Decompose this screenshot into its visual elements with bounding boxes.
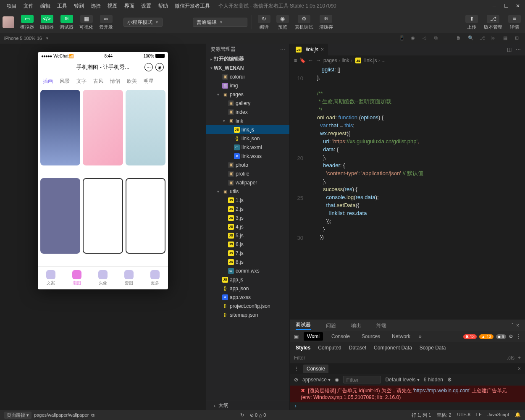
category-tab[interactable]: 古风 [93, 78, 103, 85]
close-tab-icon[interactable]: × [321, 47, 324, 52]
tree-item[interactable]: ▾▣link [206, 116, 289, 125]
upload-button[interactable]: ⬆上传 [464, 14, 480, 31]
eol[interactable]: LF [476, 412, 482, 418]
menu-item[interactable]: 微信开发者工具 [172, 1, 213, 11]
tabbar-item[interactable]: 潮图 [72, 270, 81, 286]
search-icon[interactable]: 🔍 [468, 35, 474, 41]
cloud-button[interactable]: ∞云开发 [97, 14, 115, 31]
wallpaper-thumb[interactable] [83, 178, 123, 254]
styles-tab[interactable]: Dataset [349, 345, 366, 351]
tree-item[interactable]: JSapp.js [206, 275, 289, 284]
tree-item[interactable]: JS7.js [206, 249, 289, 257]
menu-item[interactable]: 文件 [21, 1, 36, 11]
device-icon[interactable]: 📱 [399, 35, 405, 41]
menu-item[interactable]: 转到 [71, 1, 87, 11]
tree-item[interactable]: JS2.js [206, 205, 289, 213]
info-count[interactable]: ■ 6 [496, 334, 506, 339]
devtools-tab[interactable]: Sources [358, 332, 383, 341]
kebab-icon[interactable]: ⋮ [516, 333, 521, 339]
editor-tab-active[interactable]: JS link.js × [290, 44, 328, 55]
category-tab[interactable]: 情侣 [110, 78, 120, 85]
devtools-tab[interactable]: Network [388, 332, 414, 341]
gear-icon[interactable]: ⚙ [509, 333, 513, 339]
tabbar-item[interactable]: 头像 [98, 270, 108, 286]
indent-setting[interactable]: 空格: 2 [437, 412, 451, 418]
detail-button[interactable]: ≡详情 [507, 14, 522, 31]
tree-item[interactable]: ▣index [206, 108, 289, 116]
warn-count[interactable]: ▲ 13 [479, 334, 494, 339]
tree-item[interactable]: JS1.js [206, 196, 289, 205]
visual-button[interactable]: ▦可视化 [78, 14, 95, 31]
project-root[interactable]: ▾WX_WENAN [206, 63, 289, 72]
cls-toggle[interactable]: .cls [507, 355, 514, 361]
category-tab[interactable]: 明星 [144, 78, 154, 85]
console-expand-icon[interactable]: ⋮ [294, 366, 299, 372]
menu-item[interactable]: 编辑 [38, 1, 53, 11]
tree-item[interactable]: ▣wallpaper [206, 178, 289, 187]
menu-item[interactable]: 设置 [139, 1, 154, 11]
wallpaper-thumb[interactable] [40, 90, 80, 165]
tree-item[interactable]: {}link.json [206, 134, 289, 143]
compile-button[interactable]: ↻编译 [256, 14, 272, 31]
tree-item[interactable]: {}app.json [206, 284, 289, 293]
tree-item[interactable]: ▣profile [206, 169, 289, 178]
inspect-icon[interactable]: ▣ [294, 333, 299, 339]
tree-item[interactable]: ▣colorui [206, 72, 289, 81]
maximize-icon[interactable]: ☐ [503, 3, 509, 9]
crumb[interactable]: ... [381, 58, 386, 63]
split-editor-icon[interactable]: ◫ [507, 47, 512, 52]
error-indicator[interactable]: ⊘ 0 △ 0 [250, 412, 266, 418]
cursor-position[interactable]: 行 1, 列 1 [412, 412, 431, 418]
styles-tab[interactable]: Styles [296, 345, 310, 351]
menu-item[interactable]: 视图 [105, 1, 120, 11]
tree-item[interactable]: {}project.config.json [206, 302, 289, 310]
tabbar-item[interactable]: 文案 [46, 270, 55, 286]
code-editor[interactable]: 10 20 25 30 gglist: [] }, /** * 生命周期函数--… [290, 66, 525, 320]
tree-item[interactable]: JSlink.js [206, 125, 289, 134]
add-rule-button[interactable]: + [518, 355, 521, 361]
debug-icon[interactable]: 🀙 [491, 35, 497, 41]
tree-item[interactable]: ▨img [206, 81, 289, 90]
record-icon[interactable]: ◉ [411, 35, 417, 41]
tree-item[interactable]: ▭comm.wxs [206, 266, 289, 275]
debugger-tab[interactable]: 终端 [376, 322, 386, 329]
more-icon[interactable]: ⋯ [516, 47, 521, 52]
devtools-tab[interactable]: Wxml [304, 332, 323, 341]
wallpaper-thumb[interactable] [126, 90, 165, 165]
category-tab[interactable]: 风景 [60, 78, 70, 85]
language-mode[interactable]: JavaScript [488, 412, 509, 418]
tree-item[interactable]: #link.wxss [206, 152, 289, 160]
tabbar-item[interactable]: 更多 [150, 270, 160, 286]
tree-item[interactable]: JS8.js [206, 257, 289, 266]
tree-item[interactable]: ▣gallery [206, 99, 289, 108]
console-close-icon[interactable]: × [518, 366, 521, 372]
chevron-down-icon[interactable]: ▾ [46, 36, 48, 40]
close-icon[interactable]: ✕ [515, 3, 521, 9]
app-mode-dropdown[interactable]: 小程序模式▼ [123, 18, 163, 27]
wallpaper-thumb[interactable] [40, 178, 80, 254]
category-tab[interactable]: 文字 [76, 78, 87, 85]
copy-path-icon[interactable]: ⧉ [91, 412, 94, 418]
tree-item[interactable]: {}sitemap.json [206, 310, 289, 319]
debugger-tab[interactable]: 输出 [351, 322, 361, 329]
version-button[interactable]: ⎇版本管理 [482, 14, 504, 31]
styles-tab[interactable]: Scope Data [420, 345, 446, 351]
debugger-tab[interactable]: 问题 [326, 322, 336, 329]
menu-item[interactable]: 帮助 [155, 1, 171, 11]
menu-item[interactable]: 选择 [88, 1, 103, 11]
tree-item[interactable]: JS3.js [206, 213, 289, 222]
avatar[interactable] [3, 16, 14, 28]
tree-item[interactable]: ▾▣pages [206, 90, 289, 99]
category-tab[interactable]: 欧美 [127, 78, 137, 85]
device-label[interactable]: iPhone 5 100% 16 [4, 36, 42, 41]
panel-up-icon[interactable]: ˄ [511, 323, 514, 328]
menu-item[interactable]: 界面 [122, 1, 137, 11]
mute-icon[interactable]: ◁ [423, 35, 428, 41]
menu-item[interactable]: 项目 [4, 1, 19, 11]
crumb[interactable]: pages [323, 58, 337, 63]
crumb[interactable]: link [341, 58, 349, 63]
panel-close-icon[interactable]: × [516, 323, 519, 328]
filter-label[interactable]: Filter [294, 355, 305, 361]
outline-section[interactable]: ▸ 大纲 [206, 401, 289, 410]
context-dropdown[interactable]: appservice ▾ [302, 377, 331, 383]
